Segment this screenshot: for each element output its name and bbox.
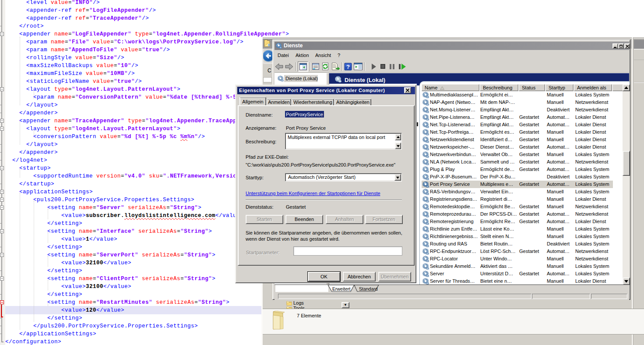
svg-text:?: ? [346,64,350,70]
